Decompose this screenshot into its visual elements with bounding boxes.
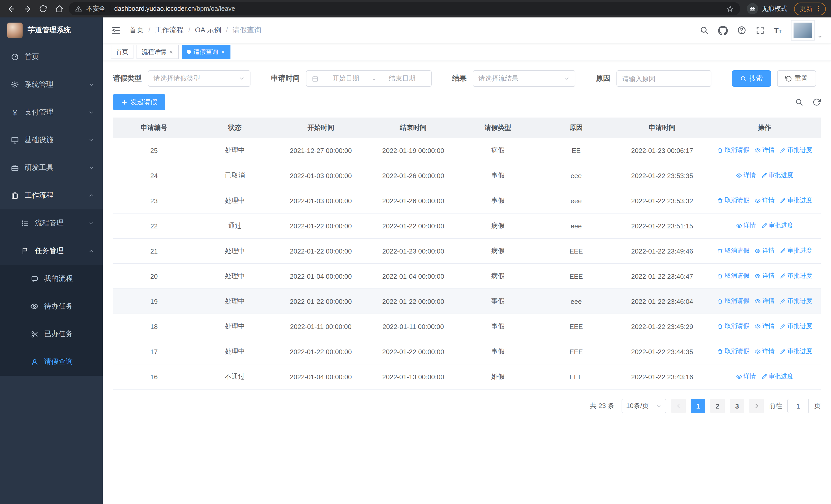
table-row[interactable]: 18 处理中 2022-01-11 00:00:00 2022-01-11 00…: [113, 314, 821, 339]
cell-start-time: 2022-01-03 00:00:00: [275, 163, 367, 188]
navbar: 首页 工作流程 OA 示例 请假查询: [103, 18, 831, 43]
tab-process-detail[interactable]: 流程详情: [137, 45, 179, 59]
table-row[interactable]: 20 处理中 2022-01-04 00:00:00 2022-01-04 00…: [113, 264, 821, 289]
row-action-cancel[interactable]: 取消请假: [717, 247, 749, 255]
sidebar-item-my-process[interactable]: 我的流程: [0, 265, 103, 293]
table-row[interactable]: 25 处理中 2021-12-27 00:00:00 2022-01-19 00…: [113, 138, 821, 163]
sidebar-item-devtools[interactable]: 研发工具: [0, 154, 103, 182]
row-action-progress[interactable]: 审批进度: [761, 221, 793, 230]
help-icon[interactable]: [737, 26, 746, 35]
row-action-detail[interactable]: 详情: [736, 171, 756, 180]
browser-reload-icon[interactable]: [37, 3, 49, 15]
table-search-icon[interactable]: [795, 98, 803, 106]
sidebar-item-leave-query[interactable]: 请假查询: [0, 348, 103, 376]
prev-page-button[interactable]: [671, 399, 686, 413]
page-button-3[interactable]: 3: [730, 399, 744, 413]
address-bar[interactable]: 不安全 dashboard.yudao.iocoder.cn/bpm/oa/le…: [69, 2, 740, 16]
table-row[interactable]: 16 不通过 2022-01-04 00:00:00 2022-01-13 00…: [113, 364, 821, 389]
table-row[interactable]: 22 通过 2022-01-22 00:00:00 2022-01-22 00:…: [113, 213, 821, 238]
page-button-1[interactable]: 1: [691, 399, 705, 413]
row-action-cancel[interactable]: 取消请假: [717, 146, 749, 155]
sidebar-item-infrastructure[interactable]: 基础设施: [0, 126, 103, 154]
table-row[interactable]: 19 处理中 2022-01-22 00:00:00 2022-01-22 00…: [113, 289, 821, 314]
cell-status: 处理中: [195, 138, 275, 163]
page-button-2[interactable]: 2: [710, 399, 725, 413]
toolbox-icon: [10, 163, 20, 173]
browser-back-icon[interactable]: [5, 3, 18, 15]
sidebar-collapse-icon[interactable]: [111, 25, 121, 35]
font-size-icon[interactable]: TT: [774, 26, 782, 34]
browser-home-icon[interactable]: [53, 3, 65, 15]
row-action-detail[interactable]: 详情: [754, 247, 775, 255]
reason-input[interactable]: [617, 70, 711, 87]
sidebar-item-done-tasks[interactable]: 已办任务: [0, 320, 103, 348]
result-select[interactable]: 请选择流结果: [473, 70, 575, 87]
page-size-select[interactable]: 10条/页: [622, 399, 666, 413]
row-action-progress[interactable]: 审批进度: [780, 297, 812, 306]
sidebar-item-process-management[interactable]: 流程管理: [0, 209, 103, 237]
goto-page-input[interactable]: [787, 399, 809, 413]
row-action-detail[interactable]: 详情: [754, 272, 775, 280]
sidebar-item-workflow[interactable]: 工作流程: [0, 182, 103, 209]
breadcrumb-oa-example[interactable]: OA 示例: [195, 26, 233, 35]
row-action-detail[interactable]: 详情: [736, 221, 756, 230]
cell-status: 处理中: [195, 238, 275, 264]
create-leave-button[interactable]: 发起请假: [113, 94, 165, 110]
row-action-progress[interactable]: 审批进度: [780, 347, 812, 356]
row-action-progress[interactable]: 审批进度: [780, 272, 812, 280]
row-action-progress[interactable]: 审批进度: [780, 322, 812, 331]
row-action-cancel[interactable]: 取消请假: [717, 322, 749, 331]
trash-icon: [717, 349, 723, 355]
tab-leave-query[interactable]: 请假查询: [182, 45, 230, 59]
row-action-detail[interactable]: 详情: [754, 322, 775, 331]
row-action-progress[interactable]: 审批进度: [780, 146, 812, 155]
sidebar-item-task-management[interactable]: 任务管理: [0, 237, 103, 265]
breadcrumb-home[interactable]: 首页: [130, 26, 155, 35]
tab-home[interactable]: 首页: [111, 45, 134, 59]
reset-button[interactable]: 重置: [777, 70, 816, 87]
close-icon[interactable]: [221, 50, 225, 54]
sidebar-item-label: 待办任务: [44, 302, 73, 311]
github-icon[interactable]: [718, 25, 727, 35]
browser-menu-icon[interactable]: [815, 5, 822, 12]
table-tools: [795, 98, 821, 106]
table-header-row: 申请编号 状态 开始时间 结束时间 请假类型 原因 申请时间 操作: [113, 118, 821, 138]
row-action-progress[interactable]: 审批进度: [780, 196, 812, 205]
user-menu[interactable]: [791, 20, 823, 40]
row-action-progress[interactable]: 审批进度: [780, 247, 812, 255]
sidebar-item-system[interactable]: 系统管理: [0, 71, 103, 98]
bookmark-star-icon[interactable]: [726, 5, 734, 12]
row-action-progress[interactable]: 审批进度: [761, 373, 793, 381]
row-action-detail[interactable]: 详情: [754, 196, 775, 205]
breadcrumb-workflow[interactable]: 工作流程: [155, 26, 195, 35]
gear-icon: [10, 80, 20, 89]
sidebar-item-home[interactable]: 首页: [0, 43, 103, 71]
row-action-cancel[interactable]: 取消请假: [717, 347, 749, 356]
browser-forward-icon[interactable]: [21, 3, 33, 15]
table-row[interactable]: 24 已取消 2022-01-03 00:00:00 2022-01-26 00…: [113, 163, 821, 188]
table-row[interactable]: 21 处理中 2022-01-22 00:00:00 2022-01-23 00…: [113, 238, 821, 264]
table-row[interactable]: 23 处理中 2022-01-03 00:00:00 2022-01-26 00…: [113, 188, 821, 213]
search-button[interactable]: 搜索: [732, 70, 771, 87]
fullscreen-icon[interactable]: [755, 26, 765, 35]
leave-type-select[interactable]: 请选择请假类型: [148, 70, 251, 87]
row-action-progress[interactable]: 审批进度: [761, 171, 793, 180]
close-icon[interactable]: [169, 50, 173, 54]
cell-actions: 取消请假详情审批进度: [708, 264, 821, 289]
table-refresh-icon[interactable]: [812, 98, 821, 106]
row-action-detail[interactable]: 详情: [736, 373, 756, 381]
browser-update-button[interactable]: 更新: [794, 2, 826, 15]
next-page-button[interactable]: [749, 399, 764, 413]
row-action-detail[interactable]: 详情: [754, 146, 775, 155]
apply-time-range-picker[interactable]: 开始日期 - 结束日期: [306, 70, 432, 87]
row-action-detail[interactable]: 详情: [754, 347, 775, 356]
sidebar-item-todo-tasks[interactable]: 待办任务: [0, 293, 103, 320]
row-action-cancel[interactable]: 取消请假: [717, 297, 749, 306]
row-action-cancel[interactable]: 取消请假: [717, 196, 749, 205]
row-action-detail[interactable]: 详情: [754, 297, 775, 306]
table-row[interactable]: 17 处理中 2022-01-22 00:00:00 2022-01-22 00…: [113, 339, 821, 364]
search-icon[interactable]: [699, 26, 709, 35]
cell-status: 处理中: [195, 289, 275, 314]
sidebar-item-payment[interactable]: ¥ 支付管理: [0, 98, 103, 126]
row-action-cancel[interactable]: 取消请假: [717, 272, 749, 280]
